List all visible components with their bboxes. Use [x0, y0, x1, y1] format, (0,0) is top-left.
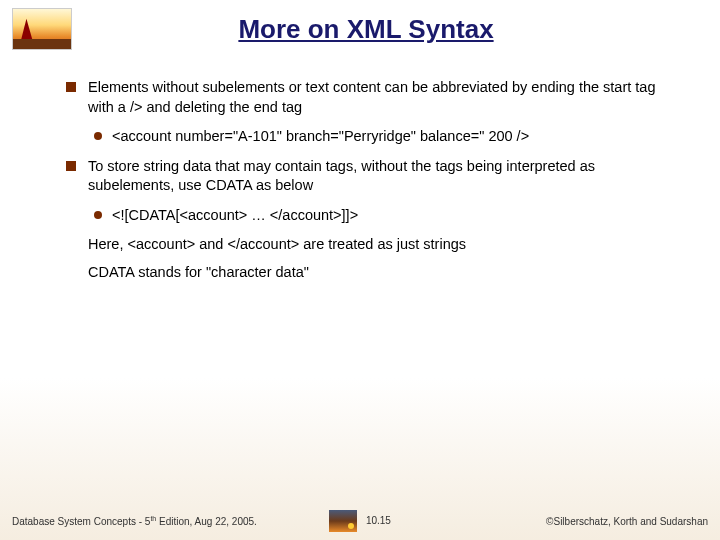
header-logo — [12, 8, 72, 50]
slide-title: More on XML Syntax — [72, 8, 720, 45]
footer-center: 10.15 — [329, 510, 391, 532]
bullet-2-sub-1: <![CDATA[<account> … </account>]]> — [94, 206, 672, 226]
bullet-2: To store string data that may contain ta… — [66, 157, 672, 196]
bullet-1-sub-1: <account number="A-101" branch="Perryrid… — [94, 127, 672, 147]
bullet-2-note-1: Here, <account> and </account> are treat… — [66, 235, 672, 255]
bullet-1: Elements without subelements or text con… — [66, 78, 672, 117]
footer-left: Database System Concepts - 5th Edition, … — [12, 515, 329, 527]
slide-number: 10.15 — [366, 515, 391, 526]
footer-logo — [329, 510, 357, 532]
footer: Database System Concepts - 5th Edition, … — [0, 510, 720, 532]
bullet-2-note-2: CDATA stands for "character data" — [66, 263, 672, 283]
slide-content: Elements without subelements or text con… — [0, 50, 720, 283]
footer-right: ©Silberschatz, Korth and Sudarshan — [391, 516, 708, 527]
